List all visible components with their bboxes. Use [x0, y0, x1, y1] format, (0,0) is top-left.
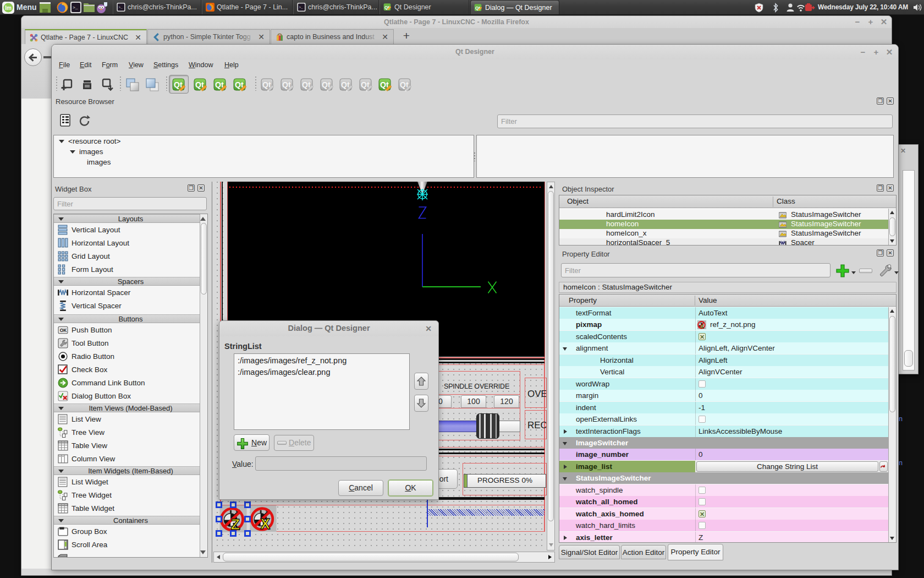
- svg-text:OK: OK: [60, 328, 68, 333]
- svg-text:>_: >_: [73, 5, 78, 10]
- svg-text:>_: >_: [299, 6, 303, 9]
- svg-text:>_: >_: [118, 6, 123, 9]
- svg-text:Z: Z: [701, 324, 704, 329]
- svg-text:lm: lm: [5, 5, 12, 11]
- svg-text:X: X: [260, 516, 270, 532]
